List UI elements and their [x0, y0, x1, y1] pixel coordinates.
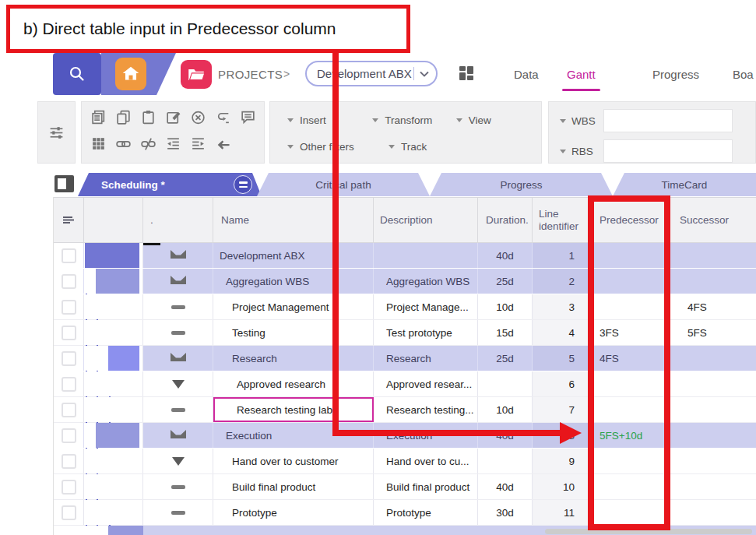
indent-icon[interactable] [189, 135, 206, 152]
column-header-group[interactable] [54, 198, 84, 242]
paste-icon[interactable] [139, 108, 156, 125]
column-header-structure[interactable] [84, 198, 143, 242]
duration-cell[interactable] [478, 371, 533, 396]
description-cell[interactable] [374, 243, 478, 268]
menu-transform[interactable]: Transform [372, 111, 456, 128]
grid-icon[interactable] [90, 135, 107, 152]
name-cell[interactable]: Approved research [213, 371, 374, 396]
row-checkbox[interactable] [62, 377, 76, 392]
edit-icon[interactable] [164, 108, 181, 125]
link-icon[interactable] [114, 135, 132, 152]
duration-cell[interactable]: 10d [478, 294, 533, 319]
successor-cell[interactable] [669, 346, 756, 371]
row-checkbox[interactable] [62, 454, 76, 469]
successor-cell[interactable] [669, 269, 756, 294]
row-checkbox[interactable] [62, 351, 76, 366]
description-cell[interactable]: Test prototype [374, 320, 478, 345]
description-cell[interactable]: Hand over to cu... [374, 449, 478, 473]
duration-cell[interactable] [478, 449, 533, 473]
filter-label: WBS [571, 115, 598, 127]
duplicate-icon[interactable] [90, 108, 107, 125]
nav-tab-progress[interactable]: Progress [652, 53, 699, 95]
duration-cell[interactable]: 40d [478, 474, 533, 499]
name-cell[interactable]: Hand over to customer [213, 449, 374, 473]
column-header-name[interactable]: Name [213, 198, 374, 242]
name-cell[interactable]: Research testing lab [213, 397, 374, 422]
search-button[interactable] [53, 53, 101, 95]
successor-cell[interactable] [669, 423, 756, 448]
dashboard-button[interactable] [458, 65, 476, 83]
description-cell[interactable]: Aggregation WBS [374, 269, 478, 294]
duration-cell[interactable]: 25d [478, 346, 533, 371]
menu-view[interactable]: View [456, 111, 541, 128]
wbs-level-block [85, 243, 139, 268]
row-checkbox[interactable] [62, 300, 76, 315]
name-cell[interactable]: Development ABX [213, 243, 374, 268]
column-header-type[interactable]: . [143, 198, 213, 242]
duration-cell[interactable]: 40d [478, 243, 533, 268]
menu-insert[interactable]: Insert [287, 111, 372, 128]
description-cell[interactable]: Prototype [374, 500, 478, 525]
name-cell[interactable]: Aggregation WBS [213, 269, 374, 294]
row-checkbox[interactable] [62, 505, 76, 520]
sliders-icon[interactable] [48, 124, 65, 141]
name-cell[interactable]: Research [213, 346, 374, 371]
name-cell[interactable]: Project Management [213, 294, 374, 319]
row-checkbox[interactable] [62, 326, 76, 340]
successor-cell[interactable] [669, 243, 756, 268]
outdent-icon[interactable] [164, 135, 181, 152]
row-checkbox[interactable] [62, 428, 76, 443]
comment-icon[interactable] [239, 108, 256, 125]
column-header-line-identifier[interactable]: Line identifier [533, 198, 590, 242]
name-cell[interactable]: Testing [213, 320, 374, 345]
successor-cell[interactable]: 5FS [669, 320, 756, 345]
tab-menu-icon[interactable] [234, 175, 252, 194]
successor-cell[interactable] [669, 474, 756, 499]
name-cell[interactable]: Prototype [213, 500, 374, 525]
view-tab-timecard[interactable]: TimeCard [613, 173, 756, 196]
duration-cell[interactable]: 30d [478, 500, 533, 525]
duration-cell[interactable]: 15d [478, 320, 533, 345]
wbs-structure-cell [84, 243, 143, 268]
description-cell[interactable]: Research [374, 346, 478, 371]
column-header-successor[interactable]: Successor [669, 198, 756, 242]
row-checkbox[interactable] [62, 274, 76, 289]
unlink-icon[interactable] [139, 135, 156, 152]
dropdown-caret-icon [456, 118, 462, 122]
successor-cell[interactable] [669, 397, 756, 422]
copy-icon[interactable] [114, 108, 132, 125]
nav-tab-gantt[interactable]: Gantt [567, 53, 596, 95]
view-tab-progress[interactable]: Progress [430, 173, 613, 196]
hand-pointer-icon[interactable] [214, 135, 231, 152]
column-header-duration[interactable]: Duration. [478, 198, 533, 242]
nav-tab-data[interactable]: Data [514, 53, 539, 95]
name-cell[interactable]: Build final product [213, 474, 374, 499]
row-checkbox[interactable] [62, 403, 76, 417]
home-button[interactable] [115, 58, 146, 90]
successor-cell[interactable] [669, 371, 756, 396]
successor-cell[interactable] [669, 449, 756, 473]
rbs-input[interactable] [603, 139, 733, 163]
sidebar-toggle[interactable] [55, 175, 74, 192]
line-identifier-cell: 2 [533, 269, 590, 294]
description-cell[interactable]: Research testing... [374, 397, 478, 422]
wbs-input[interactable] [603, 109, 733, 132]
carry-over-icon[interactable] [214, 108, 231, 125]
view-tab-scheduling[interactable]: Scheduling * [78, 173, 262, 196]
delete-icon[interactable] [189, 108, 206, 125]
successor-cell[interactable]: 4FS [669, 294, 756, 319]
description-cell[interactable]: Build final product [374, 474, 478, 499]
description-cell[interactable]: Approved resear... [374, 371, 478, 396]
view-tab-critical-path[interactable]: Critical path [257, 173, 430, 196]
row-checkbox[interactable] [62, 248, 76, 263]
column-header-description[interactable]: Description [374, 198, 478, 242]
projects-folder-button[interactable] [181, 60, 212, 89]
successor-cell[interactable] [669, 500, 756, 525]
row-checkbox[interactable] [62, 480, 76, 495]
duration-cell[interactable]: 10d [478, 397, 533, 422]
nav-tab-boa[interactable]: Boa [733, 53, 754, 95]
project-selector[interactable]: Development ABX [305, 61, 438, 86]
description-cell[interactable]: Project Manage... [374, 294, 478, 319]
menu-track[interactable]: Track [389, 138, 488, 155]
duration-cell[interactable]: 25d [478, 269, 533, 294]
